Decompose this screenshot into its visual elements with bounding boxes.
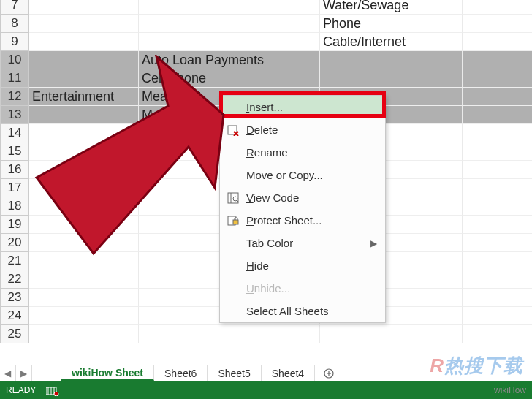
menu-unhide: Unhide... <box>220 277 385 300</box>
view-code-icon <box>220 192 246 204</box>
row-header[interactable]: 8 <box>0 15 29 33</box>
sheet-tab[interactable]: Sheet6 <box>154 365 208 381</box>
row-header[interactable]: 17 <box>0 179 29 197</box>
menu-tab-color[interactable]: Tab Color ▶ <box>220 232 385 254</box>
row-header[interactable]: 11 <box>0 69 29 88</box>
cell[interactable]: Water/Sewage <box>320 0 463 15</box>
new-sheet-button[interactable] <box>319 365 338 381</box>
menu-delete[interactable]: Delete <box>220 118 385 141</box>
menu-view-code[interactable]: View Code <box>220 186 385 209</box>
cell[interactable] <box>139 325 320 343</box>
row-header[interactable]: 18 <box>0 197 29 216</box>
svg-rect-8 <box>233 220 238 224</box>
cell[interactable] <box>29 106 139 124</box>
menu-insert[interactable]: Insert... <box>220 96 385 118</box>
menu-protect-label: Protect Sheet... <box>246 214 385 227</box>
cell[interactable]: Cell Phone <box>139 69 320 88</box>
cell[interactable] <box>463 307 532 325</box>
cell[interactable] <box>320 51 463 69</box>
cell[interactable] <box>29 270 139 289</box>
menu-hide-label: Hide <box>246 259 385 272</box>
menu-select-all-sheets[interactable]: Select All Sheets <box>220 300 385 322</box>
menu-rename[interactable]: Rename <box>220 141 385 164</box>
cell[interactable] <box>463 161 532 179</box>
menu-selectall-label: Select All Sheets <box>246 305 385 317</box>
cell[interactable] <box>463 216 532 234</box>
cell[interactable]: Phone <box>320 15 463 33</box>
cell[interactable] <box>463 88 532 106</box>
cell[interactable]: Auto Loan Payments <box>139 51 320 69</box>
tab-scroll-left[interactable]: ◀ <box>0 365 16 381</box>
cell[interactable] <box>139 15 320 33</box>
cell[interactable] <box>29 142 139 161</box>
row-header[interactable]: 7 <box>0 0 29 15</box>
row-header[interactable]: 19 <box>0 216 29 234</box>
menu-delete-label: Delete <box>246 123 385 136</box>
cell[interactable] <box>29 234 139 252</box>
row-header[interactable]: 21 <box>0 252 29 270</box>
row-header[interactable]: 10 <box>0 51 29 69</box>
cell[interactable] <box>463 270 532 289</box>
cell[interactable] <box>320 69 463 88</box>
cell[interactable] <box>463 15 532 33</box>
cell[interactable] <box>29 0 139 15</box>
row-header[interactable]: 12 <box>0 88 29 106</box>
cell[interactable] <box>29 307 139 325</box>
sheet-tab[interactable]: Sheet4 <box>262 365 315 381</box>
status-bar: READY <box>0 381 532 399</box>
cell[interactable] <box>29 216 139 234</box>
cell[interactable] <box>463 142 532 161</box>
menu-hide[interactable]: Hide <box>220 254 385 277</box>
cell[interactable] <box>29 33 139 51</box>
cell[interactable] <box>139 0 320 15</box>
menu-move-or-copy[interactable]: Move or Copy... <box>220 164 385 186</box>
row-header[interactable]: 15 <box>0 142 29 161</box>
row-header[interactable]: 25 <box>0 325 29 343</box>
menu-insert-label: Insert... <box>246 101 385 113</box>
row-header[interactable]: 13 <box>0 106 29 124</box>
cell[interactable] <box>29 51 139 69</box>
row-header[interactable]: 23 <box>0 289 29 307</box>
cell[interactable] <box>463 325 532 343</box>
cell[interactable] <box>29 289 139 307</box>
watermark-overlay: R热搜下载 <box>430 353 523 379</box>
svg-point-17 <box>54 392 58 396</box>
cell[interactable] <box>29 197 139 216</box>
delete-icon <box>220 124 246 136</box>
cell[interactable] <box>463 124 532 142</box>
cell[interactable] <box>463 106 532 124</box>
cell[interactable] <box>29 252 139 270</box>
sheet-tab-active[interactable]: wikiHow Sheet <box>61 365 154 381</box>
sheet-tab[interactable]: Sheet5 <box>208 365 261 381</box>
macro-record-icon[interactable] <box>46 386 58 395</box>
cell[interactable] <box>463 51 532 69</box>
cell[interactable] <box>463 0 532 15</box>
cell[interactable] <box>29 69 139 88</box>
cell[interactable] <box>463 289 532 307</box>
cell[interactable] <box>320 325 463 343</box>
cell[interactable] <box>463 234 532 252</box>
cell[interactable] <box>29 325 139 343</box>
menu-protect-sheet[interactable]: Protect Sheet... <box>220 209 385 232</box>
cell[interactable] <box>29 179 139 197</box>
cell[interactable] <box>463 179 532 197</box>
cell[interactable]: Cable/Internet <box>320 33 463 51</box>
cell[interactable]: Entertainment <box>29 88 139 106</box>
cell[interactable] <box>463 252 532 270</box>
cell[interactable] <box>29 15 139 33</box>
row-header[interactable]: 16 <box>0 161 29 179</box>
cell[interactable] <box>29 161 139 179</box>
watermark: wikiHow <box>494 385 526 395</box>
cell[interactable] <box>463 197 532 216</box>
cell[interactable] <box>29 124 139 142</box>
menu-tabcolor-label: Tab Color <box>246 237 370 249</box>
row-header[interactable]: 20 <box>0 234 29 252</box>
row-header[interactable]: 24 <box>0 307 29 325</box>
row-header[interactable]: 14 <box>0 124 29 142</box>
row-header[interactable]: 22 <box>0 270 29 289</box>
cell[interactable] <box>139 33 320 51</box>
tab-scroll-right[interactable]: ▶ <box>16 365 32 381</box>
cell[interactable] <box>463 33 532 51</box>
row-header[interactable]: 9 <box>0 33 29 51</box>
cell[interactable] <box>463 69 532 88</box>
